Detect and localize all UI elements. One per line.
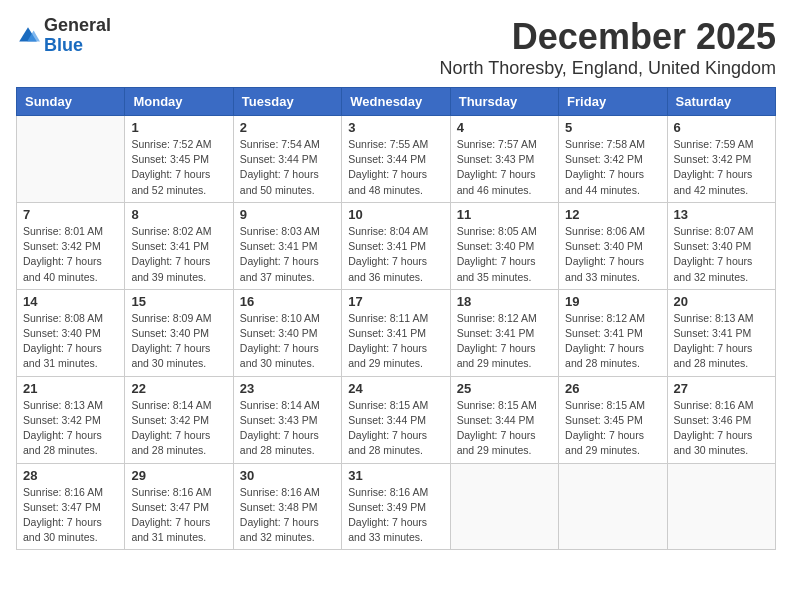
calendar-cell: 20Sunrise: 8:13 AMSunset: 3:41 PMDayligh… [667, 289, 775, 376]
day-number: 31 [348, 468, 443, 483]
day-info: Sunrise: 8:12 AMSunset: 3:41 PMDaylight:… [565, 311, 660, 372]
day-info: Sunrise: 8:16 AMSunset: 3:48 PMDaylight:… [240, 485, 335, 546]
day-info: Sunrise: 8:14 AMSunset: 3:43 PMDaylight:… [240, 398, 335, 459]
day-number: 20 [674, 294, 769, 309]
calendar-cell [17, 116, 125, 203]
calendar-cell: 22Sunrise: 8:14 AMSunset: 3:42 PMDayligh… [125, 376, 233, 463]
day-info: Sunrise: 7:58 AMSunset: 3:42 PMDaylight:… [565, 137, 660, 198]
day-number: 24 [348, 381, 443, 396]
day-number: 9 [240, 207, 335, 222]
week-row-4: 21Sunrise: 8:13 AMSunset: 3:42 PMDayligh… [17, 376, 776, 463]
day-number: 7 [23, 207, 118, 222]
weekday-header-tuesday: Tuesday [233, 88, 341, 116]
calendar-cell: 10Sunrise: 8:04 AMSunset: 3:41 PMDayligh… [342, 202, 450, 289]
weekday-header-saturday: Saturday [667, 88, 775, 116]
weekday-header-wednesday: Wednesday [342, 88, 450, 116]
title-area: December 2025 North Thoresby, England, U… [439, 16, 776, 79]
day-number: 22 [131, 381, 226, 396]
day-number: 19 [565, 294, 660, 309]
day-info: Sunrise: 8:03 AMSunset: 3:41 PMDaylight:… [240, 224, 335, 285]
day-number: 10 [348, 207, 443, 222]
day-info: Sunrise: 8:13 AMSunset: 3:42 PMDaylight:… [23, 398, 118, 459]
location-title: North Thoresby, England, United Kingdom [439, 58, 776, 79]
day-info: Sunrise: 8:09 AMSunset: 3:40 PMDaylight:… [131, 311, 226, 372]
day-number: 11 [457, 207, 552, 222]
calendar-cell: 2Sunrise: 7:54 AMSunset: 3:44 PMDaylight… [233, 116, 341, 203]
day-info: Sunrise: 8:10 AMSunset: 3:40 PMDaylight:… [240, 311, 335, 372]
day-info: Sunrise: 8:16 AMSunset: 3:47 PMDaylight:… [23, 485, 118, 546]
calendar-cell: 25Sunrise: 8:15 AMSunset: 3:44 PMDayligh… [450, 376, 558, 463]
day-number: 23 [240, 381, 335, 396]
calendar-cell [559, 463, 667, 550]
calendar-cell: 6Sunrise: 7:59 AMSunset: 3:42 PMDaylight… [667, 116, 775, 203]
day-info: Sunrise: 8:08 AMSunset: 3:40 PMDaylight:… [23, 311, 118, 372]
day-number: 6 [674, 120, 769, 135]
day-number: 8 [131, 207, 226, 222]
calendar-cell: 23Sunrise: 8:14 AMSunset: 3:43 PMDayligh… [233, 376, 341, 463]
calendar-cell: 1Sunrise: 7:52 AMSunset: 3:45 PMDaylight… [125, 116, 233, 203]
day-info: Sunrise: 8:13 AMSunset: 3:41 PMDaylight:… [674, 311, 769, 372]
week-row-1: 1Sunrise: 7:52 AMSunset: 3:45 PMDaylight… [17, 116, 776, 203]
day-info: Sunrise: 8:11 AMSunset: 3:41 PMDaylight:… [348, 311, 443, 372]
day-info: Sunrise: 8:16 AMSunset: 3:46 PMDaylight:… [674, 398, 769, 459]
calendar-cell: 13Sunrise: 8:07 AMSunset: 3:40 PMDayligh… [667, 202, 775, 289]
calendar-cell [667, 463, 775, 550]
day-number: 13 [674, 207, 769, 222]
calendar-cell: 7Sunrise: 8:01 AMSunset: 3:42 PMDaylight… [17, 202, 125, 289]
week-row-5: 28Sunrise: 8:16 AMSunset: 3:47 PMDayligh… [17, 463, 776, 550]
calendar-cell: 19Sunrise: 8:12 AMSunset: 3:41 PMDayligh… [559, 289, 667, 376]
day-info: Sunrise: 7:57 AMSunset: 3:43 PMDaylight:… [457, 137, 552, 198]
day-info: Sunrise: 8:15 AMSunset: 3:45 PMDaylight:… [565, 398, 660, 459]
calendar-cell: 17Sunrise: 8:11 AMSunset: 3:41 PMDayligh… [342, 289, 450, 376]
day-number: 5 [565, 120, 660, 135]
logo-blue: Blue [44, 35, 83, 55]
day-number: 12 [565, 207, 660, 222]
weekday-header-row: SundayMondayTuesdayWednesdayThursdayFrid… [17, 88, 776, 116]
weekday-header-friday: Friday [559, 88, 667, 116]
day-number: 17 [348, 294, 443, 309]
calendar-cell: 15Sunrise: 8:09 AMSunset: 3:40 PMDayligh… [125, 289, 233, 376]
calendar-cell: 4Sunrise: 7:57 AMSunset: 3:43 PMDaylight… [450, 116, 558, 203]
logo: General Blue [16, 16, 111, 56]
day-info: Sunrise: 8:12 AMSunset: 3:41 PMDaylight:… [457, 311, 552, 372]
calendar-cell: 14Sunrise: 8:08 AMSunset: 3:40 PMDayligh… [17, 289, 125, 376]
calendar-cell: 24Sunrise: 8:15 AMSunset: 3:44 PMDayligh… [342, 376, 450, 463]
day-number: 26 [565, 381, 660, 396]
day-info: Sunrise: 7:52 AMSunset: 3:45 PMDaylight:… [131, 137, 226, 198]
day-info: Sunrise: 8:06 AMSunset: 3:40 PMDaylight:… [565, 224, 660, 285]
day-number: 25 [457, 381, 552, 396]
calendar-cell: 30Sunrise: 8:16 AMSunset: 3:48 PMDayligh… [233, 463, 341, 550]
day-number: 15 [131, 294, 226, 309]
calendar-cell [450, 463, 558, 550]
day-number: 1 [131, 120, 226, 135]
calendar-cell: 12Sunrise: 8:06 AMSunset: 3:40 PMDayligh… [559, 202, 667, 289]
calendar-cell: 16Sunrise: 8:10 AMSunset: 3:40 PMDayligh… [233, 289, 341, 376]
calendar-cell: 5Sunrise: 7:58 AMSunset: 3:42 PMDaylight… [559, 116, 667, 203]
calendar-cell: 31Sunrise: 8:16 AMSunset: 3:49 PMDayligh… [342, 463, 450, 550]
calendar-cell: 27Sunrise: 8:16 AMSunset: 3:46 PMDayligh… [667, 376, 775, 463]
day-number: 4 [457, 120, 552, 135]
calendar-cell: 26Sunrise: 8:15 AMSunset: 3:45 PMDayligh… [559, 376, 667, 463]
day-info: Sunrise: 8:01 AMSunset: 3:42 PMDaylight:… [23, 224, 118, 285]
day-number: 18 [457, 294, 552, 309]
month-title: December 2025 [439, 16, 776, 58]
day-number: 30 [240, 468, 335, 483]
day-info: Sunrise: 8:15 AMSunset: 3:44 PMDaylight:… [348, 398, 443, 459]
calendar: SundayMondayTuesdayWednesdayThursdayFrid… [16, 87, 776, 550]
week-row-3: 14Sunrise: 8:08 AMSunset: 3:40 PMDayligh… [17, 289, 776, 376]
calendar-cell: 3Sunrise: 7:55 AMSunset: 3:44 PMDaylight… [342, 116, 450, 203]
day-info: Sunrise: 7:55 AMSunset: 3:44 PMDaylight:… [348, 137, 443, 198]
day-info: Sunrise: 8:07 AMSunset: 3:40 PMDaylight:… [674, 224, 769, 285]
weekday-header-monday: Monday [125, 88, 233, 116]
day-number: 21 [23, 381, 118, 396]
day-number: 27 [674, 381, 769, 396]
day-number: 28 [23, 468, 118, 483]
logo-icon [16, 24, 40, 48]
day-number: 14 [23, 294, 118, 309]
logo-general: General [44, 15, 111, 35]
calendar-cell: 9Sunrise: 8:03 AMSunset: 3:41 PMDaylight… [233, 202, 341, 289]
weekday-header-sunday: Sunday [17, 88, 125, 116]
day-info: Sunrise: 8:16 AMSunset: 3:49 PMDaylight:… [348, 485, 443, 546]
day-info: Sunrise: 8:15 AMSunset: 3:44 PMDaylight:… [457, 398, 552, 459]
day-number: 29 [131, 468, 226, 483]
